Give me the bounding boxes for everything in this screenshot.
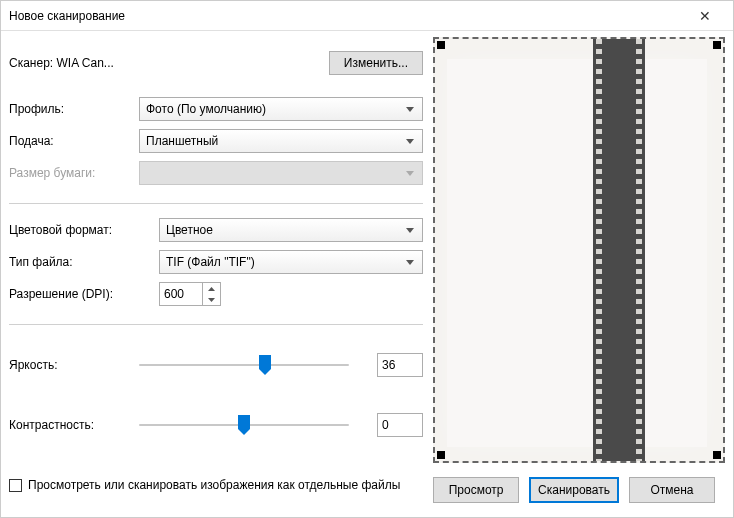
contrast-label: Контрастность:	[9, 418, 139, 432]
contrast-thumb[interactable]	[238, 415, 250, 435]
separate-files-checkbox[interactable]	[9, 479, 22, 492]
svg-marker-0	[208, 287, 215, 291]
footer-buttons: Просмотр Сканировать Отмена	[433, 463, 725, 517]
paper-size-label: Размер бумаги:	[9, 166, 139, 180]
preview-button[interactable]: Просмотр	[433, 477, 519, 503]
separator	[9, 203, 423, 204]
source-select[interactable]: Планшетный	[139, 129, 423, 153]
contrast-value[interactable]	[377, 413, 423, 437]
scan-button[interactable]: Сканировать	[529, 477, 619, 503]
color-format-select[interactable]: Цветное	[159, 218, 423, 242]
dpi-input[interactable]	[160, 283, 202, 305]
profile-label: Профиль:	[9, 102, 139, 116]
film-strip-image	[593, 39, 645, 461]
dpi-spinner[interactable]	[159, 282, 221, 306]
close-button[interactable]: ✕	[685, 8, 725, 24]
brightness-thumb[interactable]	[259, 355, 271, 375]
crop-handle-tr[interactable]	[713, 41, 721, 49]
window-title: Новое сканирование	[9, 9, 685, 23]
preview-area[interactable]	[433, 37, 725, 463]
source-label: Подача:	[9, 134, 139, 148]
crop-handle-tl[interactable]	[437, 41, 445, 49]
brightness-value[interactable]	[377, 353, 423, 377]
change-scanner-button[interactable]: Изменить...	[329, 51, 423, 75]
scan-dialog: Новое сканирование ✕ Сканер: WIA Can... …	[0, 0, 734, 518]
file-type-select[interactable]: TIF (Файл "TIF")	[159, 250, 423, 274]
crop-handle-br[interactable]	[713, 451, 721, 459]
svg-marker-1	[208, 298, 215, 302]
cancel-button[interactable]: Отмена	[629, 477, 715, 503]
color-format-label: Цветовой формат:	[9, 223, 159, 237]
profile-select[interactable]: Фото (По умолчанию)	[139, 97, 423, 121]
titlebar: Новое сканирование ✕	[1, 1, 733, 31]
contrast-slider[interactable]	[139, 415, 349, 435]
dpi-label: Разрешение (DPI):	[9, 287, 159, 301]
dpi-up-button[interactable]	[203, 283, 220, 294]
settings-panel: Сканер: WIA Can... Изменить... Профиль: …	[1, 31, 433, 517]
crop-handle-bl[interactable]	[437, 451, 445, 459]
paper-size-select	[139, 161, 423, 185]
separator	[9, 324, 423, 325]
file-type-label: Тип файла:	[9, 255, 159, 269]
scanner-label: Сканер: WIA Can...	[9, 56, 329, 70]
dpi-down-button[interactable]	[203, 294, 220, 305]
brightness-label: Яркость:	[9, 358, 139, 372]
brightness-slider[interactable]	[139, 355, 349, 375]
separate-files-label: Просмотреть или сканировать изображения …	[28, 477, 400, 493]
